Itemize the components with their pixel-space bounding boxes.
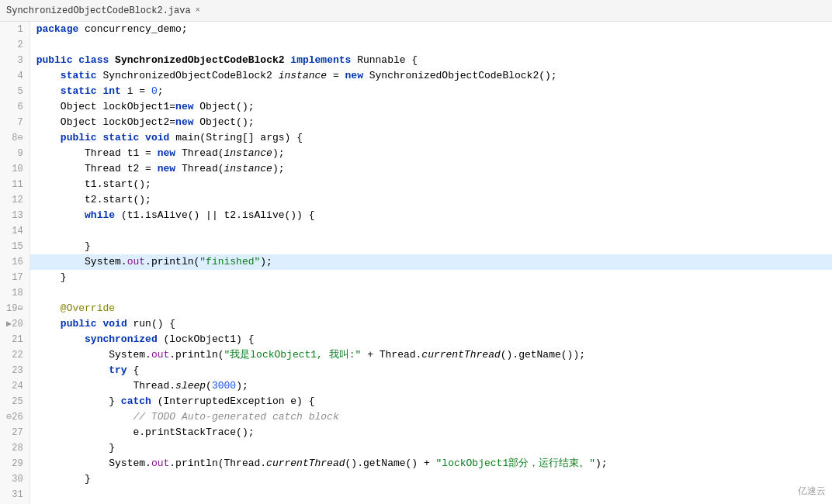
code-line-12: t2.start(); [30, 192, 832, 208]
code-line-23: try { [30, 363, 832, 378]
title-bar: SynchronizedObjectCodeBlock2.java × [0, 0, 832, 22]
ln-31: 31 [6, 487, 23, 502]
ln-17: 17 [6, 270, 23, 285]
ln-5: 5 [6, 84, 23, 99]
ln-16: 16 [6, 254, 23, 270]
ln-4: 4 [6, 68, 23, 84]
ln-13: 13 [6, 208, 23, 223]
ln-28: 28 [6, 440, 23, 456]
line-numbers: 1 2 3 4 5 6 7 8⊖ 9 10 11 12 13 14 15 16 … [0, 22, 30, 504]
ln-24: 24 [6, 378, 23, 394]
code-line-18 [30, 285, 832, 301]
code-line-6: Object lockObject1=new Object(); [30, 99, 832, 115]
code-line-11: t1.start(); [30, 177, 832, 192]
ln-27: 27 [6, 425, 23, 440]
code-line-5: static int i = 0; [30, 84, 832, 99]
ln-7: 7 [6, 115, 23, 130]
code-line-8: public static void main(String[] args) { [30, 130, 832, 146]
code-line-28: } [30, 440, 832, 456]
code-line-24: Thread.sleep(3000); [30, 378, 832, 394]
title-tab[interactable]: SynchronizedObjectCodeBlock2.java × [6, 5, 200, 16]
code-line-16: System.out.println("finished"); [30, 254, 832, 270]
code-line-27: e.printStackTrace(); [30, 425, 832, 440]
ln-22: 22 [6, 347, 23, 363]
code-line-3: public class SynchronizedObjectCodeBlock… [30, 53, 832, 68]
code-line-2 [30, 37, 832, 53]
ln-14: 14 [6, 223, 23, 239]
code-line-17: } [30, 270, 832, 285]
code-area: 1 2 3 4 5 6 7 8⊖ 9 10 11 12 13 14 15 16 … [0, 22, 832, 504]
code-line-1: package concurrency_demo; [30, 22, 832, 37]
ln-2: 2 [6, 37, 23, 53]
ln-12: 12 [6, 192, 23, 208]
code-lines: package concurrency_demo; public class S… [30, 22, 832, 504]
ln-18: 18 [6, 285, 23, 301]
ln-11: 11 [6, 177, 23, 192]
code-line-13: while (t1.isAlive() || t2.isAlive()) { [30, 208, 832, 223]
watermark: 亿速云 [798, 485, 826, 498]
ln-30: 30 [6, 471, 23, 487]
code-line-19: @Override [30, 301, 832, 316]
ln-20: ▶20 [6, 316, 23, 332]
code-line-31 [30, 487, 832, 502]
ln-23: 23 [6, 363, 23, 378]
code-line-26: // TODO Auto-generated catch block [30, 409, 832, 425]
code-line-14 [30, 223, 832, 239]
code-line-30: } [30, 471, 832, 487]
code-line-15: } [30, 239, 832, 254]
ln-21: 21 [6, 332, 23, 347]
code-line-7: Object lockObject2=new Object(); [30, 115, 832, 130]
file-name: SynchronizedObjectCodeBlock2.java [6, 5, 191, 16]
ln-8: 8⊖ [6, 130, 23, 146]
ln-29: 29 [6, 456, 23, 471]
ln-19: 19⊖ [6, 301, 23, 316]
ln-9: 9 [6, 146, 23, 161]
ln-26: ⊖26 [6, 409, 23, 425]
ln-1: 1 [6, 22, 23, 37]
code-line-29: System.out.println(Thread.currentThread(… [30, 456, 832, 471]
code-line-10: Thread t2 = new Thread(instance); [30, 161, 832, 177]
ln-25: 25 [6, 394, 23, 409]
code-line-22: System.out.println("我是lockObject1, 我叫:" … [30, 347, 832, 363]
code-line-25: } catch (InterruptedException e) { [30, 394, 832, 409]
ln-3: 3 [6, 53, 23, 68]
code-line-20: public void run() { [30, 316, 832, 332]
code-line-21: synchronized (lockObject1) { [30, 332, 832, 347]
ln-15: 15 [6, 239, 23, 254]
code-line-4: static SynchronizedObjectCodeBlock2 inst… [30, 68, 832, 84]
code-line-9: Thread t1 = new Thread(instance); [30, 146, 832, 161]
ln-6: 6 [6, 99, 23, 115]
close-icon[interactable]: × [196, 6, 200, 15]
ln-10: 10 [6, 161, 23, 177]
